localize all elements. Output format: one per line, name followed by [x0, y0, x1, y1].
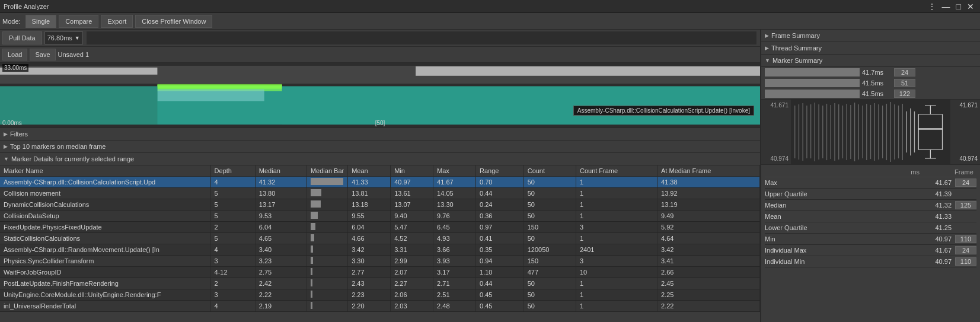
cell-range: 0.45: [476, 289, 524, 301]
table-container[interactable]: Marker Name Depth Median Median Bar Mean…: [0, 165, 760, 322]
cell-range: 0.36: [476, 211, 524, 222]
boxplot-top-right-value: 41.671: [953, 102, 978, 109]
table-row[interactable]: Assembly-CSharp.dll::RandomMovement.Upda…: [0, 244, 760, 256]
col-count-frame[interactable]: Count Frame: [576, 165, 657, 177]
table-row[interactable]: Assembly-CSharp.dll::CollisionCalculatio…: [0, 177, 760, 188]
marker-bar-value: 41.5ms: [862, 79, 892, 87]
frame-value: 76.80ms ▼: [44, 31, 83, 44]
top-markers-section-header[interactable]: Top 10 markers on median frame: [0, 141, 760, 153]
stats-frame-badge: 110: [955, 235, 976, 243]
cell-range: 0.35: [476, 244, 524, 256]
table-row[interactable]: CollisionDataSetup 5 9.53 9.55 9.40 9.76…: [0, 211, 760, 222]
cell-depth: 4: [210, 177, 255, 188]
cell-min: 5.47: [391, 222, 433, 233]
col-median[interactable]: Median: [255, 165, 307, 177]
boxplot-bot-left-label: 40.974: [770, 155, 789, 162]
frame-value-text: 76.80ms: [47, 34, 72, 42]
cell-at-median: 4.64: [657, 233, 760, 244]
minimize-icon[interactable]: —: [940, 1, 953, 12]
pull-data-button[interactable]: Pull Data: [2, 31, 42, 44]
table-row[interactable]: UnityEngine.CoreModule.dll::UnityEngine.…: [0, 289, 760, 301]
cell-depth: 2: [210, 278, 255, 289]
cell-at-median: 2.66: [657, 267, 760, 278]
cell-median-bar: [307, 211, 347, 222]
cell-marker-name: DynamicCollisionCalculations: [0, 199, 210, 211]
marker-bar-count: 24: [894, 68, 915, 76]
stats-frame-badge: 24: [955, 246, 976, 254]
stats-label: Min: [765, 235, 922, 243]
cell-count: 50: [523, 233, 576, 244]
marker-details-label: Marker Details for currently selected ra…: [11, 155, 134, 162]
cell-count: 150: [523, 222, 576, 233]
frame-summary-header[interactable]: Frame Summary: [761, 30, 980, 42]
cell-marker-name: CollisionDataSetup: [0, 211, 210, 222]
maximize-icon[interactable]: □: [954, 1, 963, 12]
marker-bar-row: 41.5ms 122: [761, 88, 980, 99]
boxplot-svg: [791, 100, 950, 164]
table-row[interactable]: Collision movement 5 13.80 13.81 13.61 1…: [0, 188, 760, 199]
stats-value: 41.25: [922, 224, 952, 231]
stats-row: Mean 41.33 -: [765, 211, 976, 222]
col-at-median[interactable]: At Median Frame: [657, 165, 760, 177]
col-median-bar[interactable]: Median Bar: [307, 165, 347, 177]
col-count[interactable]: Count: [523, 165, 576, 177]
thread-summary-header[interactable]: Thread Summary: [761, 42, 980, 55]
table-row[interactable]: inl_UniversalRenderTotal 4 2.19 2.20 2.0…: [0, 301, 760, 312]
col-max[interactable]: Max: [433, 165, 476, 177]
cell-count: 50: [523, 177, 576, 188]
col-min[interactable]: Min: [391, 165, 433, 177]
table-row[interactable]: FixedUpdate.PhysicsFixedUpdate 2 6.04 6.…: [0, 222, 760, 233]
table-row[interactable]: DynamicCollisionCalculations 5 13.17 13.…: [0, 199, 760, 211]
col-range[interactable]: Range: [476, 165, 524, 177]
median-bar: [311, 279, 312, 286]
marker-bar-fill: [765, 68, 860, 76]
cell-max: 3.66: [433, 244, 476, 256]
table-row[interactable]: Physics.SyncColliderTransform 3 3.23 3.3…: [0, 256, 760, 267]
cell-median: 2.22: [255, 289, 307, 301]
table-row[interactable]: WaitForJobGroupID 4-12 2.75 2.77 2.07 3.…: [0, 267, 760, 278]
filters-label: Filters: [10, 130, 28, 138]
stats-value: 41.39: [922, 190, 952, 197]
cell-count-frame: 1: [576, 289, 657, 301]
cell-count-frame: 3: [576, 256, 657, 267]
median-bar: [311, 189, 321, 196]
stats-row: Individual Max 41.67 24: [765, 245, 976, 256]
cell-max: 3.17: [433, 267, 476, 278]
col-mean[interactable]: Mean: [348, 165, 391, 177]
tab-single[interactable]: Single: [25, 15, 57, 28]
chart-center-label: [50]: [375, 120, 385, 126]
marker-bar-count: 51: [894, 79, 915, 87]
menu-icon[interactable]: ⋮: [925, 1, 938, 12]
marker-bar-row: 41.5ms 51: [761, 78, 980, 88]
close-profiler-button[interactable]: Close Profiler Window: [135, 15, 212, 28]
stats-label: Individual Max: [765, 247, 922, 254]
cell-max: 9.76: [433, 211, 476, 222]
export-button[interactable]: Export: [101, 15, 133, 28]
median-bar: [311, 178, 343, 185]
cell-at-median: 41.38: [657, 177, 760, 188]
cell-median: 13.80: [255, 188, 307, 199]
median-bar: [311, 268, 312, 275]
col-marker-name[interactable]: Marker Name: [0, 165, 210, 177]
load-button[interactable]: Load: [2, 49, 27, 60]
median-bar: [311, 200, 321, 208]
median-bar: [311, 302, 312, 309]
cell-min: 3.31: [391, 244, 433, 256]
right-panel: Frame Summary Thread Summary Marker Summ…: [761, 30, 980, 322]
tab-compare[interactable]: Compare: [59, 15, 98, 28]
cell-count: 50: [523, 289, 576, 301]
svg-rect-8: [0, 87, 157, 125]
dropdown-arrow-icon[interactable]: ▼: [75, 35, 80, 41]
filters-section-header[interactable]: Filters: [0, 128, 760, 141]
close-icon[interactable]: ✕: [965, 1, 976, 12]
table-row[interactable]: PostLateUpdate.FinishFrameRendering 2 2.…: [0, 278, 760, 289]
cell-count: 150: [523, 256, 576, 267]
stats-label: Max: [765, 179, 922, 186]
table-row[interactable]: StaticCollisionCalculations 5 4.65 4.66 …: [0, 233, 760, 244]
marker-summary-header[interactable]: Marker Summary: [761, 55, 980, 67]
cell-median: 6.04: [255, 222, 307, 233]
col-depth[interactable]: Depth: [210, 165, 255, 177]
save-button[interactable]: Save: [30, 49, 55, 60]
marker-details-section-header[interactable]: Marker Details for currently selected ra…: [0, 153, 760, 165]
cell-median: 2.19: [255, 301, 307, 312]
